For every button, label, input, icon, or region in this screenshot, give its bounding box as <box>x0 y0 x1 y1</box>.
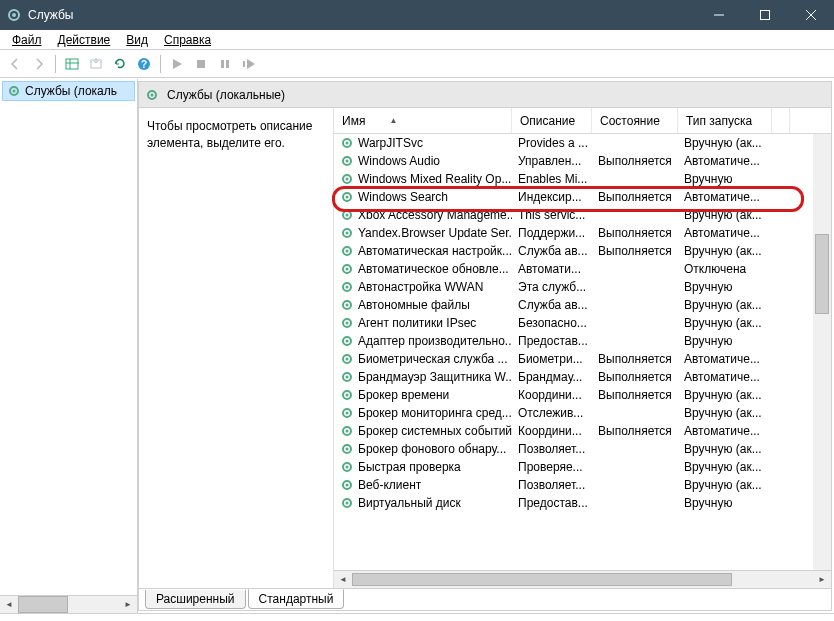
svg-rect-16 <box>243 61 245 67</box>
service-row[interactable]: Адаптер производительно...Предостав...Вр… <box>334 332 831 350</box>
gear-icon <box>340 280 354 294</box>
svg-point-1 <box>12 13 16 17</box>
service-row[interactable]: Брокер мониторинга сред...Отслежив...Вру… <box>334 404 831 422</box>
services-list: Имя▲ Описание Состояние Тип запуска Warp… <box>334 108 831 588</box>
service-row[interactable]: Автоматическая настройк...Служба ав...Вы… <box>334 242 831 260</box>
service-row[interactable]: Xbox Accessory Manageme...This servic...… <box>334 206 831 224</box>
service-row[interactable]: Брокер времениКоордини...ВыполняетсяВруч… <box>334 386 831 404</box>
svg-marker-12 <box>173 59 182 69</box>
menu-view[interactable]: Вид <box>118 31 156 49</box>
minimize-button[interactable] <box>696 0 742 30</box>
service-row[interactable]: Биометрическая служба ...Биометри...Выпо… <box>334 350 831 368</box>
gear-icon <box>340 478 354 492</box>
help-button[interactable]: ? <box>133 53 155 75</box>
col-startup-type[interactable]: Тип запуска <box>678 108 772 133</box>
gear-icon <box>340 208 354 222</box>
export-button[interactable] <box>85 53 107 75</box>
service-row[interactable]: Yandex.Browser Update Ser...Поддержи...В… <box>334 224 831 242</box>
service-row[interactable]: Быстрая проверкаПроверяе...Вручную (ак..… <box>334 458 831 476</box>
menu-action[interactable]: Действие <box>50 31 119 49</box>
service-row[interactable]: Автонастройка WWANЭта служб...Вручную <box>334 278 831 296</box>
stop-button[interactable] <box>190 53 212 75</box>
svg-rect-13 <box>197 60 205 68</box>
menu-help[interactable]: Справка <box>156 31 219 49</box>
list-v-scrollbar[interactable] <box>813 134 831 570</box>
service-status: Выполняется <box>592 424 678 438</box>
gear-icon <box>340 154 354 168</box>
svg-point-43 <box>346 322 349 325</box>
refresh-button[interactable] <box>109 53 131 75</box>
gear-icon <box>340 460 354 474</box>
svg-point-33 <box>346 232 349 235</box>
gear-icon <box>340 226 354 240</box>
tree-h-scrollbar[interactable]: ◄► <box>0 595 137 613</box>
col-name[interactable]: Имя▲ <box>334 108 512 133</box>
service-desc: Позволяет... <box>512 442 592 456</box>
service-row[interactable]: WarpJITSvcProvides a ...Вручную (ак... <box>334 134 831 152</box>
service-name: Windows Audio <box>358 154 440 168</box>
service-row[interactable]: Брандмауэр Защитника W...Брандмау...Выпо… <box>334 368 831 386</box>
svg-point-53 <box>346 412 349 415</box>
list-h-scrollbar[interactable]: ◄► <box>334 570 831 588</box>
close-button[interactable] <box>788 0 834 30</box>
service-row[interactable]: Брокер фонового обнару...Позволяет...Вру… <box>334 440 831 458</box>
service-row[interactable]: Брокер системных событийКоордини...Выпол… <box>334 422 831 440</box>
service-desc: Provides a ... <box>512 136 592 150</box>
maximize-button[interactable] <box>742 0 788 30</box>
detail-pane: Чтобы просмотреть описание элемента, выд… <box>139 108 334 588</box>
gear-icon <box>7 84 21 98</box>
service-start: Вручную <box>678 172 772 186</box>
service-row[interactable]: Виртуальный дискПредостав...Вручную <box>334 494 831 512</box>
service-status: Выполняется <box>592 352 678 366</box>
svg-point-59 <box>346 466 349 469</box>
tab-extended[interactable]: Расширенный <box>145 590 246 609</box>
svg-rect-3 <box>761 11 770 20</box>
tab-standard[interactable]: Стандартный <box>248 589 345 609</box>
service-status: Выполняется <box>592 190 678 204</box>
svg-point-49 <box>346 376 349 379</box>
gear-icon <box>340 352 354 366</box>
app-icon <box>6 7 22 23</box>
col-description[interactable]: Описание <box>512 108 592 133</box>
start-button[interactable] <box>166 53 188 75</box>
pause-button[interactable] <box>214 53 236 75</box>
service-name: Брандмауэр Защитника W... <box>358 370 512 384</box>
svg-point-45 <box>346 340 349 343</box>
service-desc: This servic... <box>512 208 592 222</box>
service-start: Автоматиче... <box>678 424 772 438</box>
show-hide-tree-button[interactable] <box>61 53 83 75</box>
service-desc: Координи... <box>512 388 592 402</box>
menu-file[interactable]: Файл <box>4 31 50 49</box>
restart-button[interactable] <box>238 53 260 75</box>
service-name: Брокер мониторинга сред... <box>358 406 512 420</box>
tree-item-services-local[interactable]: Службы (локаль <box>2 81 135 101</box>
service-row[interactable]: Windows SearchИндексир...ВыполняетсяАвто… <box>334 188 831 206</box>
gear-icon <box>340 316 354 330</box>
service-row[interactable]: Веб-клиентПозволяет...Вручную (ак... <box>334 476 831 494</box>
service-desc: Брандмау... <box>512 370 592 384</box>
service-start: Вручную <box>678 280 772 294</box>
service-desc: Автомати... <box>512 262 592 276</box>
gear-icon <box>340 172 354 186</box>
service-row[interactable]: Автономные файлыСлужба ав...Вручную (ак.… <box>334 296 831 314</box>
gear-icon <box>340 442 354 456</box>
col-status[interactable]: Состояние <box>592 108 678 133</box>
sort-asc-icon: ▲ <box>389 116 397 125</box>
service-row[interactable]: Автоматическое обновле...Автомати...Откл… <box>334 260 831 278</box>
service-name: Yandex.Browser Update Ser... <box>358 226 512 240</box>
service-row[interactable]: Агент политики IPsecБезопасно...Вручную … <box>334 314 831 332</box>
svg-rect-14 <box>221 60 224 68</box>
gear-icon <box>340 262 354 276</box>
service-row[interactable]: Windows Mixed Reality Op...Enables Mi...… <box>334 170 831 188</box>
service-start: Автоматиче... <box>678 190 772 204</box>
service-name: Виртуальный диск <box>358 496 461 510</box>
gear-icon <box>145 88 159 102</box>
service-name: Автонастройка WWAN <box>358 280 483 294</box>
service-start: Вручную (ак... <box>678 478 772 492</box>
back-button[interactable] <box>4 53 26 75</box>
service-desc: Предостав... <box>512 334 592 348</box>
service-desc: Поддержи... <box>512 226 592 240</box>
service-name: Автономные файлы <box>358 298 470 312</box>
forward-button[interactable] <box>28 53 50 75</box>
service-row[interactable]: Windows AudioУправлен...ВыполняетсяАвтом… <box>334 152 831 170</box>
